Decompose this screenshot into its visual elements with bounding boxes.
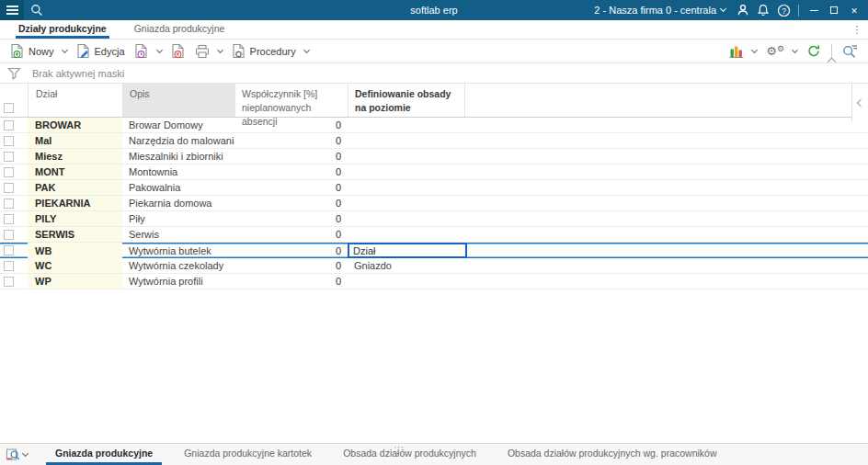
cell-opis: Pakowalnia <box>122 180 234 195</box>
notifications-button[interactable] <box>753 0 773 20</box>
maximize-button[interactable] <box>824 0 844 20</box>
document-delete-icon <box>171 43 186 59</box>
global-search-button[interactable] <box>24 0 50 20</box>
cell-dzial: WB <box>28 243 122 258</box>
cell-wspolczynnik: 0 <box>234 180 348 195</box>
table-row[interactable]: Miesz Mieszalniki i zbiorniki 0 <box>0 149 868 164</box>
tab-dzialy-produkcyjne[interactable]: Działy produkcyjne <box>16 20 109 39</box>
table-row[interactable]: PAK Pakowalnia 0 <box>0 180 868 196</box>
cell-opis: Piekarnia domowa <box>122 196 234 210</box>
tab-overflow-menu-button[interactable] <box>850 20 864 40</box>
row-checkbox[interactable] <box>4 152 14 162</box>
maximize-icon <box>830 6 838 14</box>
bottom-tab-gniazda-produkcyjne-kartotek[interactable]: Gniazda produkcyjne kartotek <box>175 444 321 465</box>
chevron-down-icon <box>61 46 67 52</box>
active-mask-status: Brak aktywnej maski <box>32 68 124 79</box>
select-all-checkbox[interactable] <box>4 103 14 113</box>
table-row[interactable]: PIEKARNIA Piekarnia domowa 0 <box>0 196 868 211</box>
bottom-tab-obsada-dzialow-wg-pracownikow[interactable]: Obsada działów produkcyjnych wg. pracown… <box>498 444 726 465</box>
close-button[interactable] <box>844 0 864 20</box>
new-button[interactable]: Nowy <box>6 40 72 62</box>
cell-dzial: BROWAR <box>28 118 122 132</box>
cell-dzial: WP <box>28 274 122 289</box>
chevron-down-icon <box>217 46 223 52</box>
row-checkbox[interactable] <box>4 183 14 193</box>
hamburger-menu-button[interactable] <box>0 0 24 20</box>
column-header-opis[interactable]: Opis <box>122 84 234 117</box>
filter-bar: Brak aktywnej maski <box>0 63 868 84</box>
print-button[interactable] <box>190 40 227 62</box>
chevron-down-icon <box>303 46 310 52</box>
cell-dzial: Mal <box>28 133 122 148</box>
document-edit-icon <box>76 43 91 59</box>
analysis-charts-button[interactable] <box>725 40 761 62</box>
table-row[interactable]: SERWIS Serwis 0 <box>0 227 868 243</box>
table-row[interactable]: MONT Montownia 0 <box>0 164 868 180</box>
edit-button[interactable]: Edycja <box>72 40 130 62</box>
cell-dzial: PILY <box>28 211 122 226</box>
chevron-down-icon <box>751 46 758 52</box>
table-row[interactable]: WP Wytwórnia profili 0 <box>0 274 868 289</box>
document-history-button[interactable] <box>130 40 166 62</box>
gear-icon <box>766 44 777 58</box>
row-checkbox[interactable] <box>4 136 14 146</box>
search-records-button[interactable] <box>838 40 862 62</box>
row-checkbox[interactable] <box>4 198 14 209</box>
cell-wspolczynnik: 0 <box>234 227 348 242</box>
cell-opis: Browar Domowy <box>122 118 234 132</box>
column-header-dzial[interactable]: Dział <box>28 84 122 117</box>
cell-wspolczynnik: 0 <box>234 258 348 273</box>
bottom-tab-gniazda-produkcyjne[interactable]: Gniazda produkcyjne <box>46 444 162 465</box>
chevron-down-icon <box>156 46 163 52</box>
cell-definiowanie <box>348 180 464 195</box>
header-checkbox-cell <box>0 84 28 117</box>
column-header-definiowanie[interactable]: Definiowanie obsady na poziomie <box>348 84 464 117</box>
row-checkbox[interactable] <box>4 277 14 287</box>
table-row[interactable]: WC Wytwórnia czekolady 0 Gniazdo <box>0 258 868 274</box>
funnel-icon[interactable] <box>7 67 21 80</box>
printer-icon <box>195 44 210 59</box>
minimize-icon <box>810 10 818 11</box>
row-checkbox[interactable] <box>4 245 14 255</box>
panel-splitter-handle[interactable] <box>394 441 405 453</box>
bottom-tab-obsada-dzialow[interactable]: Obsada działów produkcyjnych <box>334 444 485 465</box>
table-row-selected[interactable]: WB Wytwórnia butelek 0 Dział <box>0 243 868 258</box>
row-checkbox[interactable] <box>4 214 14 224</box>
table-row[interactable]: BROWAR Browar Domowy 0 <box>0 118 868 133</box>
cell-wspolczynnik: 0 <box>234 133 348 148</box>
toolbar-separator <box>831 44 832 58</box>
column-header-empty <box>464 84 868 117</box>
help-icon: ? <box>777 4 791 17</box>
cell-definiowanie <box>348 118 464 132</box>
user-icon <box>737 4 749 17</box>
row-checkbox[interactable] <box>4 230 14 240</box>
cell-opis: Montownia <box>122 164 234 179</box>
collapse-side-panel-button[interactable] <box>851 84 868 121</box>
cell-editor-definiowanie[interactable]: Dział <box>348 243 467 258</box>
chevron-down-icon <box>22 449 29 456</box>
bottom-panel-view-button[interactable] <box>0 444 33 465</box>
minimize-button[interactable] <box>804 0 824 20</box>
row-checkbox[interactable] <box>4 120 14 130</box>
search-panel-icon <box>6 448 20 462</box>
bell-icon <box>757 4 770 17</box>
procedures-button[interactable]: Procedury <box>227 40 314 62</box>
document-tab-bar: Działy produkcyjne Gniazda produkcyjne <box>0 20 868 40</box>
cell-wspolczynnik: 0 <box>234 274 348 289</box>
table-row[interactable]: PILY Piły 0 <box>0 211 868 227</box>
company-selector[interactable]: 2 - Nasza firma 0 - centrala <box>587 5 733 16</box>
refresh-button[interactable] <box>802 40 826 62</box>
cell-definiowanie <box>348 196 464 210</box>
delete-button[interactable] <box>166 40 190 62</box>
settings-button[interactable] <box>761 40 802 62</box>
user-button[interactable] <box>733 0 753 20</box>
column-header-wspolczynnik[interactable]: Współczynnik [%] nieplanowanych absencji <box>234 84 348 117</box>
tab-gniazda-produkcyjne[interactable]: Gniazda produkcyjne <box>131 20 228 39</box>
cell-wspolczynnik: 0 <box>234 164 348 179</box>
table-row[interactable]: Mal Narzędzia do malowania 0 <box>0 133 868 149</box>
app-window: softlab erp 2 - Nasza firma 0 - centrala <box>0 0 868 465</box>
row-checkbox[interactable] <box>4 167 14 177</box>
help-button[interactable]: ? <box>773 0 794 20</box>
row-checkbox[interactable] <box>4 261 14 271</box>
chevron-down-icon <box>720 6 726 12</box>
